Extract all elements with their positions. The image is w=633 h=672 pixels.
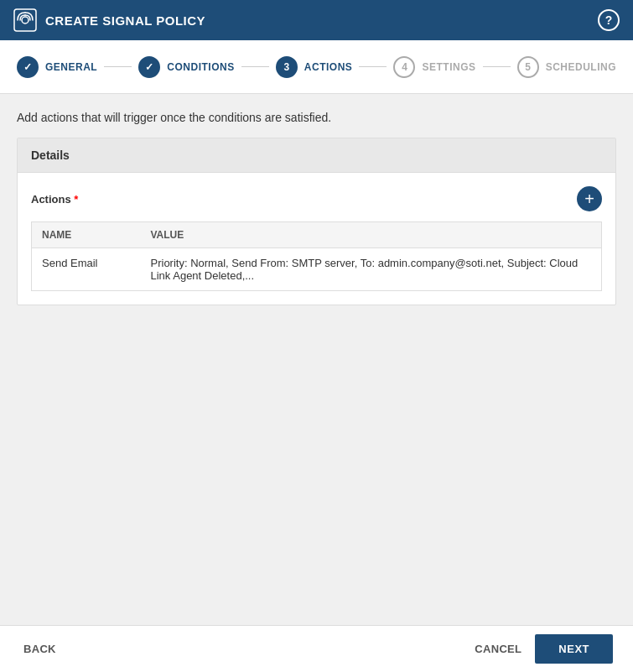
step-3-circle: 3 bbox=[276, 56, 298, 78]
step-1-label: GENERAL bbox=[45, 61, 97, 73]
actions-label-text: Actions bbox=[31, 193, 71, 206]
page-title: CREATE SIGNAL POLICY bbox=[45, 13, 205, 28]
footer: BACK CANCEL NEXT bbox=[0, 625, 633, 672]
details-card: Details Actions * + NAME VALUE bbox=[17, 138, 616, 305]
next-button[interactable]: NEXT bbox=[535, 634, 613, 664]
header: CREATE SIGNAL POLICY ? bbox=[0, 0, 633, 40]
col-header-name: NAME bbox=[32, 222, 141, 248]
cancel-button[interactable]: CANCEL bbox=[471, 634, 525, 664]
step-1-circle: ✓ bbox=[17, 56, 39, 78]
footer-left: BACK bbox=[20, 636, 60, 662]
footer-right: CANCEL NEXT bbox=[471, 634, 613, 664]
content-area: Add actions that will trigger once the c… bbox=[0, 94, 633, 625]
card-body: Actions * + NAME VALUE bbox=[18, 173, 615, 305]
step-3-number: 3 bbox=[283, 61, 289, 73]
card-header: Details bbox=[18, 138, 615, 173]
header-left: CREATE SIGNAL POLICY bbox=[13, 8, 205, 32]
step-5-number: 5 bbox=[525, 61, 531, 73]
step-4-circle: 4 bbox=[393, 56, 415, 78]
actions-header: Actions * + bbox=[31, 186, 602, 211]
step-5-circle: 5 bbox=[517, 56, 539, 78]
step-conditions: ✓ CONDITIONS bbox=[138, 56, 234, 78]
step-settings: 4 SETTINGS bbox=[393, 56, 475, 78]
step-scheduling: 5 SCHEDULING bbox=[517, 56, 616, 78]
row-name: Send Email bbox=[32, 248, 141, 291]
step-4-number: 4 bbox=[402, 61, 407, 73]
step-2-label: CONDITIONS bbox=[167, 61, 234, 73]
col-header-value: VALUE bbox=[141, 222, 602, 248]
step-general: ✓ GENERAL bbox=[17, 56, 97, 78]
step-1-checkmark: ✓ bbox=[23, 61, 32, 73]
step-3-label: ACTIONS bbox=[304, 61, 353, 73]
back-button[interactable]: BACK bbox=[20, 636, 60, 662]
step-4-label: SETTINGS bbox=[422, 61, 475, 73]
table-row: Send Email Priority: Normal, Send From: … bbox=[32, 248, 602, 291]
row-value: Priority: Normal, Send From: SMTP server… bbox=[141, 248, 602, 291]
connector-1-2 bbox=[104, 66, 132, 67]
table-body: Send Email Priority: Normal, Send From: … bbox=[32, 248, 602, 291]
table-header-row: NAME VALUE bbox=[32, 222, 602, 248]
connector-4-5 bbox=[483, 66, 511, 67]
step-actions: 3 ACTIONS bbox=[276, 56, 353, 78]
page-subtitle: Add actions that will trigger once the c… bbox=[17, 111, 616, 124]
add-action-button[interactable]: + bbox=[577, 186, 602, 211]
required-star: * bbox=[71, 193, 79, 206]
step-5-label: SCHEDULING bbox=[546, 61, 616, 73]
actions-label: Actions * bbox=[31, 193, 78, 206]
table-head: NAME VALUE bbox=[32, 222, 602, 248]
stepper: ✓ GENERAL ✓ CONDITIONS 3 ACTIONS 4 SETTI… bbox=[0, 40, 633, 94]
signal-policy-icon bbox=[13, 8, 37, 32]
help-icon[interactable]: ? bbox=[598, 9, 620, 31]
actions-table: NAME VALUE Send Email Priority: Normal, … bbox=[31, 221, 602, 291]
step-2-circle: ✓ bbox=[138, 56, 160, 78]
connector-3-4 bbox=[359, 66, 387, 67]
step-2-checkmark: ✓ bbox=[145, 61, 153, 73]
connector-2-3 bbox=[241, 66, 269, 67]
svg-point-1 bbox=[22, 17, 29, 23]
